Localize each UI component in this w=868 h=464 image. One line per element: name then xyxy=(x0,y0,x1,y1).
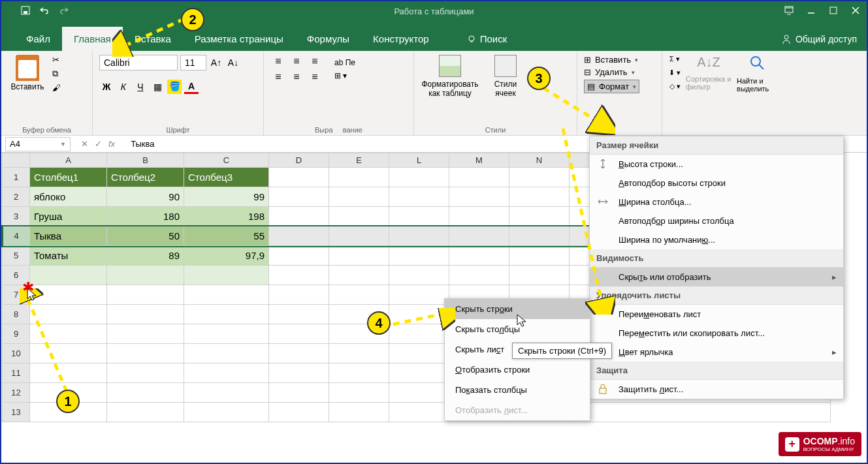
row-header[interactable]: 10 xyxy=(3,344,30,363)
menu-default-width[interactable]: Ширина по умолчанию... xyxy=(590,230,843,249)
paste-button[interactable]: Вставить xyxy=(8,55,47,91)
tab-table-design[interactable]: Конструктор xyxy=(361,27,441,51)
submenu-show-cols[interactable]: Показать столбцы xyxy=(445,380,590,400)
cell-selected[interactable]: 55 xyxy=(184,226,269,246)
cut-icon[interactable]: ✂ xyxy=(52,55,61,65)
fill-color-icon[interactable]: 🪣 xyxy=(167,80,182,94)
name-box[interactable]: A4 ▼ xyxy=(5,137,71,151)
menu-row-height[interactable]: Высота строки... xyxy=(590,155,843,174)
fill-icon[interactable]: ⬇ ▾ xyxy=(669,69,681,77)
enter-formula-icon[interactable]: ✓ xyxy=(95,139,102,149)
col-header-E[interactable]: E xyxy=(329,153,389,168)
cell[interactable]: яблоко xyxy=(30,187,107,207)
menu-tab-color[interactable]: Цвет ярлычка xyxy=(590,343,843,362)
clear-icon[interactable]: ◇ ▾ xyxy=(669,82,681,91)
submenu-show-rows[interactable]: Отобразить строки xyxy=(445,360,590,380)
col-header-M[interactable]: M xyxy=(449,153,509,168)
tab-insert[interactable]: Вставка xyxy=(123,27,183,51)
row-header[interactable]: 9 xyxy=(3,324,30,344)
tab-formulas[interactable]: Формулы xyxy=(295,27,361,51)
search-box[interactable]: Поиск xyxy=(467,33,507,51)
cell-styles-icon xyxy=(494,55,517,77)
row-header[interactable]: 3 xyxy=(3,207,30,226)
italic-button[interactable]: К xyxy=(116,80,131,94)
row-header[interactable]: 5 xyxy=(3,246,30,266)
align-top-icon[interactable]: ≡ xyxy=(270,55,286,68)
table-header-cell[interactable]: Столбец2 xyxy=(107,168,184,187)
underline-button[interactable]: Ч xyxy=(133,80,148,94)
cell[interactable]: 99 xyxy=(184,187,269,207)
menu-autofit-row[interactable]: Автоподбор высоты строки xyxy=(590,174,843,193)
border-icon[interactable]: ▦ xyxy=(150,80,165,94)
close-icon[interactable] xyxy=(851,6,860,17)
row-header-selected[interactable]: 4 xyxy=(3,226,30,246)
align-bottom-icon[interactable]: ≡ xyxy=(307,55,323,68)
col-header-L[interactable]: L xyxy=(389,153,449,168)
align-middle-icon[interactable]: ≡ xyxy=(289,55,304,68)
row-header[interactable]: 11 xyxy=(3,363,30,383)
copy-icon[interactable]: ⧉ xyxy=(52,69,61,79)
wrap-text-button[interactable]: ab Пе xyxy=(334,58,355,67)
fx-button[interactable]: fx xyxy=(108,139,115,149)
format-as-table-button[interactable]: Форматировать как таблицу xyxy=(421,55,479,98)
cell[interactable]: 89 xyxy=(107,246,184,266)
ribbon-options-icon[interactable] xyxy=(784,6,794,17)
bold-button[interactable]: Ж xyxy=(99,80,114,94)
cell-styles-button[interactable]: Стили ячеек xyxy=(485,55,526,98)
share-button[interactable]: Общий доступ xyxy=(781,34,857,44)
row-header[interactable]: 13 xyxy=(3,403,30,422)
menu-rename-sheet[interactable]: Переименовать лист xyxy=(590,305,843,324)
align-right-icon[interactable]: ≡ xyxy=(307,70,323,84)
row-header[interactable]: 2 xyxy=(3,187,30,207)
minimize-icon[interactable] xyxy=(807,6,816,17)
decrease-font-icon[interactable]: A↓ xyxy=(226,55,240,70)
maximize-icon[interactable] xyxy=(829,6,838,17)
menu-protect-sheet[interactable]: Защитить лист... xyxy=(590,380,843,399)
increase-font-icon[interactable]: A↑ xyxy=(209,55,223,70)
cell[interactable]: Томаты xyxy=(30,246,107,266)
menu-section-protect: Защита xyxy=(590,362,843,380)
cell[interactable]: 198 xyxy=(184,207,269,226)
font-name-select[interactable] xyxy=(99,55,178,70)
table-header-cell[interactable]: Столбец3 xyxy=(184,168,269,187)
menu-col-width[interactable]: Ширина столбца... xyxy=(590,193,843,211)
align-left-icon[interactable]: ≡ xyxy=(270,70,286,84)
row-header[interactable]: 1 xyxy=(3,168,30,187)
sort-filter-button[interactable]: A↓Z Сортировка и фильтр xyxy=(686,55,731,91)
redo-icon[interactable] xyxy=(59,6,69,17)
tab-page-layout[interactable]: Разметка страницы xyxy=(183,27,295,51)
menu-hide-show[interactable]: Скрыть или отобразить xyxy=(590,268,843,286)
row-header[interactable]: 12 xyxy=(3,383,30,403)
delete-cells-button[interactable]: ⊟ Удалить xyxy=(584,67,635,77)
svg-rect-7 xyxy=(600,388,606,394)
format-painter-icon[interactable]: 🖌 xyxy=(52,83,61,93)
save-icon[interactable] xyxy=(21,6,30,17)
find-select-button[interactable]: Найти и выделить xyxy=(737,55,779,93)
col-header-C[interactable]: C xyxy=(184,153,269,168)
cell-selected[interactable]: 50 xyxy=(107,226,184,246)
col-header-A[interactable]: A xyxy=(30,153,107,168)
cell-selected[interactable]: Тыква xyxy=(30,226,107,246)
cell[interactable]: 180 xyxy=(107,207,184,226)
tab-file[interactable]: Файл xyxy=(14,27,62,51)
font-color-icon[interactable]: А xyxy=(184,80,199,94)
autosum-icon[interactable]: Σ ▾ xyxy=(669,55,680,63)
menu-autofit-col[interactable]: Автоподбор ширины столбца xyxy=(590,211,843,230)
cancel-formula-icon[interactable]: ✕ xyxy=(81,139,88,149)
insert-cells-button[interactable]: ⊞ Вставить xyxy=(584,55,638,65)
cell[interactable]: 90 xyxy=(107,187,184,207)
tab-home[interactable]: Главная xyxy=(62,27,123,51)
format-cells-button[interactable]: ▤ Формат xyxy=(584,80,639,93)
col-header-D[interactable]: D xyxy=(269,153,329,168)
menu-move-copy-sheet[interactable]: Переместить или скопировать лист... xyxy=(590,324,843,343)
font-size-select[interactable] xyxy=(180,55,206,70)
col-header-B[interactable]: B xyxy=(107,153,184,168)
undo-icon[interactable] xyxy=(39,6,50,17)
cell[interactable]: 97,9 xyxy=(184,246,269,266)
cell[interactable]: Груша xyxy=(30,207,107,226)
align-center-icon[interactable]: ≡ xyxy=(289,70,304,84)
merge-button[interactable]: ⊞ ▾ xyxy=(334,71,355,80)
row-header[interactable]: 8 xyxy=(3,305,30,324)
col-header-N[interactable]: N xyxy=(509,153,570,168)
table-header-cell[interactable]: Столбец1 xyxy=(30,168,107,187)
